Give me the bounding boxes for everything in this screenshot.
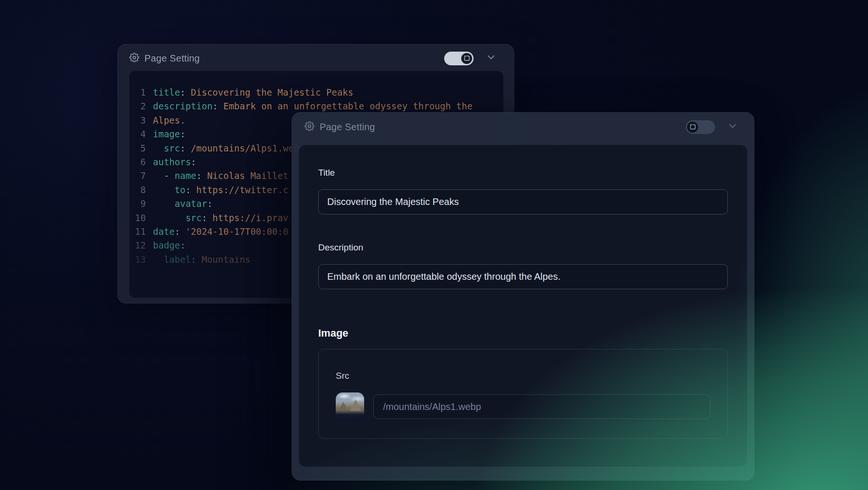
title-input[interactable] xyxy=(318,189,728,214)
line-number: 9 xyxy=(129,197,146,211)
image-section-heading: Image xyxy=(318,327,728,339)
line-number: 13 xyxy=(129,253,146,267)
title-label: Title xyxy=(318,168,728,178)
code-view-toggle[interactable] xyxy=(686,120,715,134)
mountain-shape xyxy=(350,400,361,411)
line-number: 4 xyxy=(129,127,146,141)
chevron-down-icon[interactable] xyxy=(727,120,738,134)
code-line: 2description: Embark on an unforgettable… xyxy=(129,99,503,113)
mountain-shape xyxy=(339,402,348,410)
code-panel-header: Page Setting xyxy=(118,45,514,72)
settings-gear-icon xyxy=(129,53,139,64)
page-setting-form: Title Description Image Src xyxy=(299,145,747,467)
image-thumbnail xyxy=(336,392,364,421)
line-number: 12 xyxy=(129,239,146,252)
code-line: 1title: Discovering the Majestic Peaks xyxy=(129,86,503,99)
chevron-down-icon[interactable] xyxy=(485,52,497,65)
description-input[interactable] xyxy=(318,264,728,289)
line-number: 5 xyxy=(129,142,146,155)
code-view-toggle[interactable] xyxy=(444,52,474,65)
src-label: Src xyxy=(336,371,710,381)
line-number: 10 xyxy=(129,211,146,225)
form-panel: Page Setting Title Description xyxy=(292,112,754,481)
description-label: Description xyxy=(318,242,728,253)
line-number: 7 xyxy=(129,169,146,183)
line-number: 1 xyxy=(129,86,146,99)
panel-title: Page Setting xyxy=(320,122,375,133)
line-number: 11 xyxy=(129,225,146,239)
line-number: 2 xyxy=(129,99,146,113)
screen: Page Setting 1title: Discovering the Maj… xyxy=(0,0,868,490)
image-src-input[interactable] xyxy=(373,394,710,419)
line-number: 3 xyxy=(129,114,146,127)
form-panel-header: Page Setting xyxy=(292,113,754,141)
image-settings-card: Src xyxy=(318,349,728,439)
code-block-icon xyxy=(687,122,698,133)
line-number: 6 xyxy=(129,155,146,169)
settings-gear-icon xyxy=(304,121,314,133)
line-number: 8 xyxy=(129,183,146,197)
panel-title: Page Setting xyxy=(144,53,200,64)
code-block-icon xyxy=(461,53,472,64)
